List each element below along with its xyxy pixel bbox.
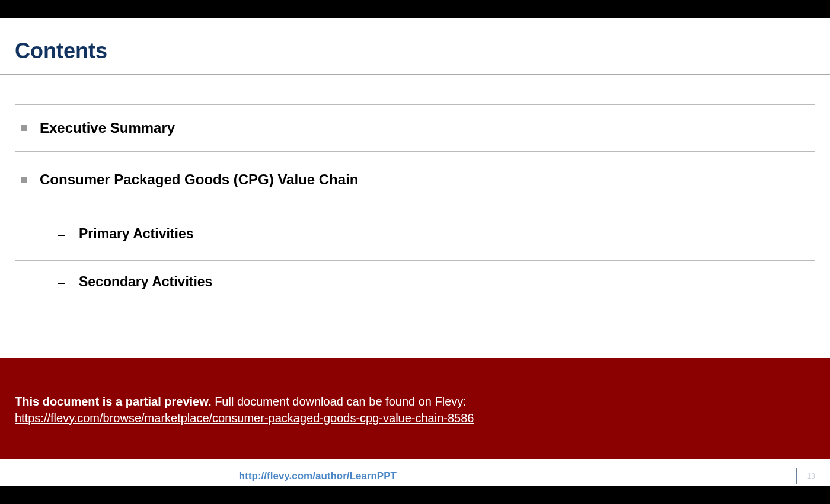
footer-link[interactable]: http://flevy.com/author/LearnPPT bbox=[239, 470, 397, 481]
contents-subitem-label: Secondary Activities bbox=[79, 274, 212, 290]
contents-item: Consumer Packaged Goods (CPG) Value Chai… bbox=[15, 152, 815, 208]
banner-text: Full document download can be found on F… bbox=[212, 395, 467, 408]
letterbox-bottom bbox=[0, 486, 830, 504]
square-bullet-icon bbox=[21, 125, 27, 131]
dash-bullet-icon: – bbox=[58, 227, 65, 243]
footer-text: Find our other business frameworks on Fl… bbox=[15, 470, 397, 482]
preview-banner: This document is a partial preview. Full… bbox=[0, 358, 830, 459]
footer-right: 13 bbox=[796, 468, 815, 484]
footer-lead: Find our other business frameworks on Fl… bbox=[15, 470, 239, 481]
contents-list: Executive Summary Consumer Packaged Good… bbox=[0, 104, 830, 294]
contents-subitem: – Primary Activities bbox=[15, 208, 815, 260]
contents-item-label: Executive Summary bbox=[40, 120, 175, 136]
contents-item-label: Consumer Packaged Goods (CPG) Value Chai… bbox=[40, 171, 358, 188]
slide-body: Contents Executive Summary Consumer Pack… bbox=[0, 18, 830, 294]
title-divider bbox=[0, 74, 830, 75]
contents-subitem-label: Primary Activities bbox=[79, 226, 193, 242]
dash-bullet-icon: – bbox=[58, 275, 65, 291]
letterbox-top bbox=[0, 0, 830, 18]
contents-item: Executive Summary bbox=[15, 105, 815, 151]
banner-link[interactable]: https://flevy.com/browse/marketplace/con… bbox=[15, 412, 474, 425]
footer-separator bbox=[796, 468, 797, 484]
square-bullet-icon bbox=[21, 177, 27, 183]
slide-title: Contents bbox=[0, 18, 830, 74]
contents-subitem: – Secondary Activities bbox=[15, 261, 815, 294]
page-number: 13 bbox=[807, 472, 815, 480]
banner-bold-text: This document is a partial preview. bbox=[15, 395, 212, 408]
